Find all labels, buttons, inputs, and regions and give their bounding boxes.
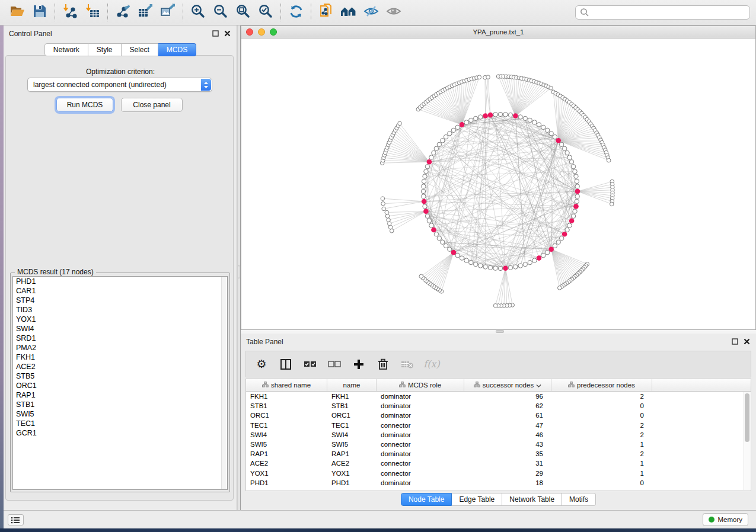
column-header-empty [652,379,751,391]
table-row[interactable]: ORC1ORC1dominator610 [246,411,751,420]
mcds-result-list[interactable]: PHD1CAR1STP4TID3YOX1SWI4SRD1PMA2FKH1ACE2… [12,276,228,490]
table-cell: 1 [551,470,652,477]
function-builder-button[interactable]: f(x) [425,357,439,371]
network-window-titlebar[interactable]: YPA_prune.txt_1 [241,26,755,39]
close-panel-icon[interactable] [743,338,751,345]
control-tabs: NetworkStyleSelectMCDS [4,43,237,56]
splitter-grip[interactable] [496,330,504,333]
list-item[interactable]: GCR1 [13,428,227,438]
search-input[interactable] [575,5,750,20]
column-header-name[interactable]: name [327,379,377,391]
list-item[interactable]: ORC1 [13,381,227,390]
list-item[interactable]: SRD1 [13,334,227,343]
table-cell: 1 [551,460,652,467]
table-options-button[interactable]: ⚙ [254,357,269,371]
close-panel-icon[interactable] [224,30,231,37]
list-item[interactable]: CAR1 [13,286,227,296]
hide-selected-button[interactable] [360,2,382,23]
table-row[interactable]: TEC1TEC1connector472 [246,421,751,430]
float-panel-icon[interactable] [731,338,739,345]
main-toolbar [0,0,756,25]
maximize-window-button[interactable] [270,28,277,36]
refresh-layout-button[interactable] [285,2,307,23]
list-item[interactable]: FKH1 [13,352,227,362]
table-row[interactable]: RAP1RAP1dominator352 [246,449,751,459]
table-cell: SWI4 [327,431,377,438]
add-column-button[interactable] [352,357,366,371]
tab-mcds[interactable]: MCDS [158,43,196,56]
column-header-MCDS-role[interactable]: MCDS role [377,379,464,391]
node-table[interactable]: shared namenameMCDS rolesuccessor nodesp… [245,379,751,491]
list-item[interactable]: YOX1 [13,315,227,324]
network-canvas[interactable] [241,39,755,329]
open-session-button[interactable] [6,2,28,23]
zoom-selected-button[interactable] [254,2,277,23]
duplicate-network-button[interactable] [315,2,337,23]
export-image-button[interactable] [157,2,179,23]
float-panel-icon[interactable] [212,30,219,37]
zoom-fit-button[interactable] [232,2,254,23]
save-session-button[interactable] [28,2,51,23]
list-item[interactable]: ACE2 [13,362,227,371]
tab-select[interactable]: Select [122,43,158,56]
minimize-window-button[interactable] [258,28,265,36]
list-item[interactable]: PMA2 [13,343,227,352]
column-manager-button[interactable] [279,357,293,371]
result-list-scrollbar[interactable] [221,277,227,489]
network-overview-button[interactable] [337,2,360,23]
list-item[interactable]: STP4 [13,296,227,305]
table-cell: STB1 [327,402,377,409]
table-row[interactable]: PHD1PHD1dominator180 [246,478,751,488]
search-icon [580,8,589,17]
splitter-grip[interactable] [238,265,240,278]
table-scrollbar-thumb[interactable] [745,393,749,442]
tab-network[interactable]: Network [44,43,88,56]
table-row[interactable]: FKH1FKH1dominator962 [246,392,751,401]
close-window-button[interactable] [246,28,253,36]
export-network-button[interactable] [111,2,134,23]
table-row[interactable]: YOX1YOX1connector291 [246,469,751,478]
list-item[interactable]: TEC1 [13,419,227,428]
column-header-successor-nodes[interactable]: successor nodes [464,379,551,391]
list-item[interactable]: PHD1 [13,277,227,286]
tab-edge-table[interactable]: Edge Table [452,493,502,506]
column-header-shared-name[interactable]: shared name [246,379,327,391]
run-mcds-button[interactable]: Run MCDS [56,98,113,112]
tab-style[interactable]: Style [88,43,122,56]
zoom-out-button[interactable] [209,2,232,23]
list-item[interactable]: RAP1 [13,390,227,400]
optimization-dropdown[interactable]: largest connected component (undirected) [27,78,212,92]
tab-node-table[interactable]: Node Table [401,493,452,506]
tab-motifs[interactable]: Motifs [562,493,596,506]
table-cell: RAP1 [327,450,377,457]
zoom-in-button[interactable] [187,2,209,23]
table-cell: 47 [464,422,551,429]
list-item[interactable]: SWI4 [13,324,227,334]
tab-network-table[interactable]: Network Table [502,493,562,506]
memory-button[interactable]: Memory [703,513,748,526]
table-row[interactable]: SWI4SWI4dominator462 [246,430,751,440]
select-all-rows-button[interactable] [303,357,317,371]
show-all-button[interactable] [382,2,405,23]
column-header-predecessor-nodes[interactable]: predecessor nodes [551,379,652,391]
table-body: FKH1FKH1dominator962STB1STB1dominator620… [246,392,751,488]
delete-table-button[interactable] [400,357,414,371]
export-table-button[interactable] [134,2,157,23]
task-history-button[interactable] [8,514,24,525]
list-item[interactable]: STB5 [13,371,227,381]
import-table-button[interactable] [81,2,104,23]
table-row[interactable]: ACE2ACE2connector311 [246,459,751,468]
duplicate-network-icon [318,4,334,21]
close-panel-button[interactable]: Close panel [121,98,183,112]
list-item[interactable]: TID3 [13,305,227,315]
delete-column-button[interactable] [376,357,390,371]
list-item[interactable]: SWI5 [13,409,227,419]
memory-status-icon [709,517,714,523]
deselect-all-rows-button[interactable] [327,357,342,371]
import-network-button[interactable] [59,2,81,23]
table-row[interactable]: STB1STB1dominator620 [246,401,751,411]
list-item[interactable]: STB1 [13,400,227,409]
table-scrollbar[interactable] [744,392,750,490]
table-row[interactable]: SWI5SWI5connector431 [246,440,751,449]
mcds-result-group: MCDS result (17 nodes) PHD1CAR1STP4TID3Y… [10,273,230,492]
